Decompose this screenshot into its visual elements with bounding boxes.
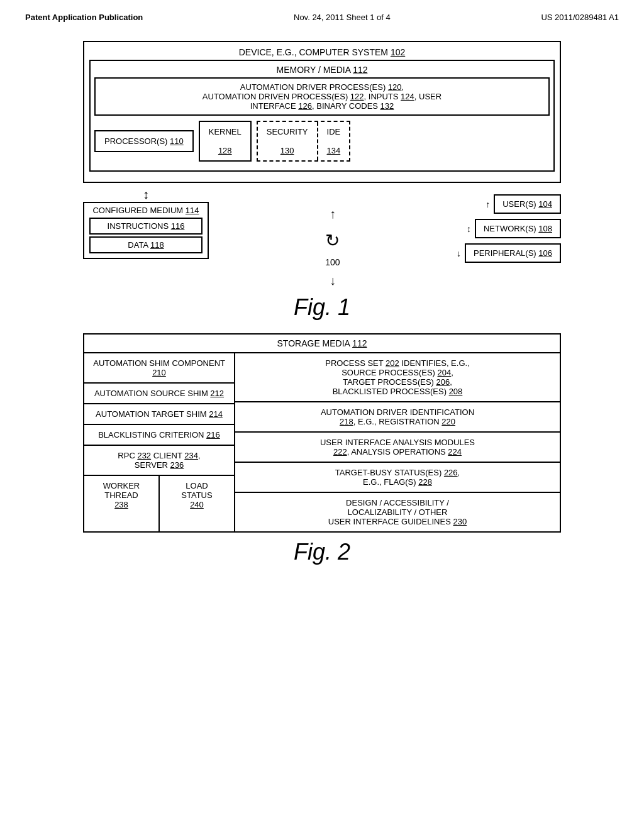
automation-shim-cell: AUTOMATION SHIM COMPONENT 210: [84, 353, 234, 384]
right-entities: ↑ USER(S) 104 ↕ NETWORK(S) 108 ↓ PERIPHE…: [457, 188, 561, 263]
networks-row: ↕ NETWORK(S) 108: [467, 219, 561, 238]
worker-cell: WORKERTHREAD238: [84, 476, 160, 531]
processor-box: PROCESSOR(S) 110: [94, 130, 194, 152]
automation-source-cell: AUTOMATION SOURCE SHIM 212: [84, 384, 234, 404]
processor-row: PROCESSOR(S) 110 KERNEL128 SECURITY130 I…: [94, 121, 550, 162]
peripherals-arrow: ↓: [457, 248, 461, 258]
instructions-box: INSTRUCTIONS 116: [89, 218, 203, 235]
memory-label: MEMORY / MEDIA 112: [94, 65, 550, 75]
data-box: DATA 118: [89, 236, 203, 253]
configured-medium-col: ↕ CONFIGURED MEDIUM 114 INSTRUCTIONS 116…: [83, 188, 209, 259]
users-box: USER(S) 104: [494, 194, 561, 214]
blacklisting-cell: BLACKLISTING CRITERION 216: [84, 425, 234, 446]
automation-text: AUTOMATION DRIVER PROCESS(ES) 120, AUTOM…: [99, 82, 545, 111]
fig1-caption: Fig. 1: [25, 294, 619, 321]
processor-arrow: ↕: [143, 188, 149, 201]
header-date-sheet: Nov. 24, 2011 Sheet 1 of 4: [294, 13, 391, 22]
automation-driver-id-cell: AUTOMATION DRIVER IDENTIFICATION 218, E.…: [235, 402, 560, 433]
page-header: Patent Application Publication Nov. 24, …: [25, 13, 619, 22]
users-arrow-up: ↑: [486, 199, 490, 209]
fig1-lower: ↕ CONFIGURED MEDIUM 114 INSTRUCTIONS 116…: [83, 188, 561, 288]
down-arrow: ↓: [330, 274, 336, 288]
networks-arrow: ↕: [467, 224, 471, 234]
storage-outer-box: STORAGE MEDIA 112 AUTOMATION SHIM COMPON…: [83, 333, 561, 533]
peripherals-row: ↓ PERIPHERAL(S) 106: [457, 243, 561, 263]
bottom-split: WORKERTHREAD238 LOADSTATUS240: [84, 476, 234, 531]
header-patent-number: US 2011/0289481 A1: [541, 13, 619, 22]
automation-target-cell: AUTOMATION TARGET SHIM 214: [84, 404, 234, 425]
up-arrow: ↑: [330, 207, 336, 221]
device-box: DEVICE, E.G., COMPUTER SYSTEM 102 MEMORY…: [83, 41, 561, 183]
fig2-caption: Fig. 2: [25, 539, 619, 565]
users-row: ↑ USER(S) 104: [486, 194, 561, 214]
ide-box: IDE134: [318, 122, 350, 160]
loop-ref: 100: [325, 257, 340, 267]
rpc-cell: RPC 232 CLIENT 234,SERVER 236: [84, 446, 234, 476]
load-cell: LOADSTATUS240: [160, 476, 234, 531]
arrow-middle: ↑ ↻ 100 ↓: [215, 188, 450, 288]
fig2-diagram: STORAGE MEDIA 112 AUTOMATION SHIM COMPON…: [83, 333, 561, 533]
process-set-cell: PROCESS SET 202 IDENTIFIES, E.G., SOURCE…: [235, 353, 560, 402]
fig2-content: AUTOMATION SHIM COMPONENT 210 AUTOMATION…: [84, 353, 560, 531]
target-busy-cell: TARGET-BUSY STATUS(ES) 226, E.G., FLAG(S…: [235, 463, 560, 493]
configured-medium-box: CONFIGURED MEDIUM 114 INSTRUCTIONS 116 D…: [83, 202, 209, 259]
security-box: SECURITY130: [258, 122, 318, 160]
fig2-left-col: AUTOMATION SHIM COMPONENT 210 AUTOMATION…: [84, 353, 235, 531]
peripherals-box: PERIPHERAL(S) 106: [465, 243, 561, 263]
loop-arrow: ↻: [325, 230, 340, 251]
fig1-diagram: DEVICE, E.G., COMPUTER SYSTEM 102 MEMORY…: [83, 41, 561, 288]
kernel-box: KERNEL128: [199, 121, 252, 162]
dashed-group: SECURITY130 IDE134: [257, 121, 350, 162]
networks-box: NETWORK(S) 108: [475, 219, 561, 238]
header-publication: Patent Application Publication: [25, 13, 143, 22]
automation-box: AUTOMATION DRIVER PROCESS(ES) 120, AUTOM…: [94, 77, 550, 116]
device-label: DEVICE, E.G., COMPUTER SYSTEM 102: [89, 47, 555, 57]
storage-title: STORAGE MEDIA 112: [84, 335, 560, 353]
design-cell: DESIGN / ACCESSIBILITY / LOCALIZABILITY …: [235, 493, 560, 531]
ui-analysis-cell: USER INTERFACE ANALYSIS MODULES 222, ANA…: [235, 433, 560, 463]
configured-label: CONFIGURED MEDIUM 114: [87, 206, 205, 215]
fig2-right-col: PROCESS SET 202 IDENTIFIES, E.G., SOURCE…: [235, 353, 560, 531]
memory-box: MEMORY / MEDIA 112 AUTOMATION DRIVER PRO…: [89, 60, 555, 172]
